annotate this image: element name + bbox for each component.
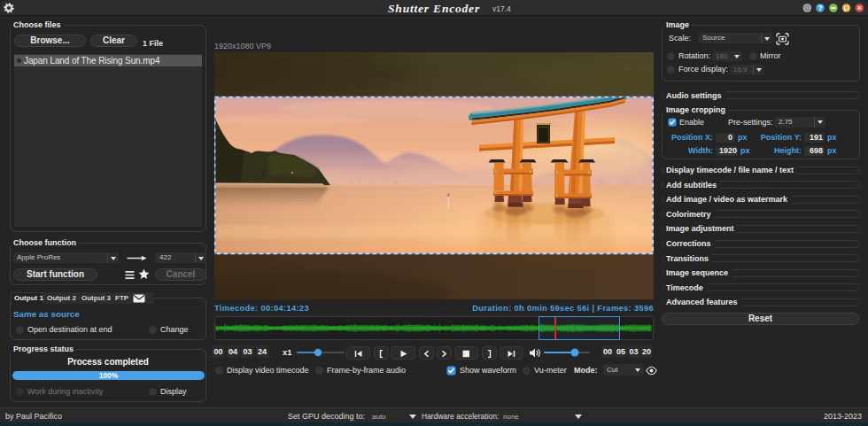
svg-text:?: ?: [818, 4, 823, 12]
